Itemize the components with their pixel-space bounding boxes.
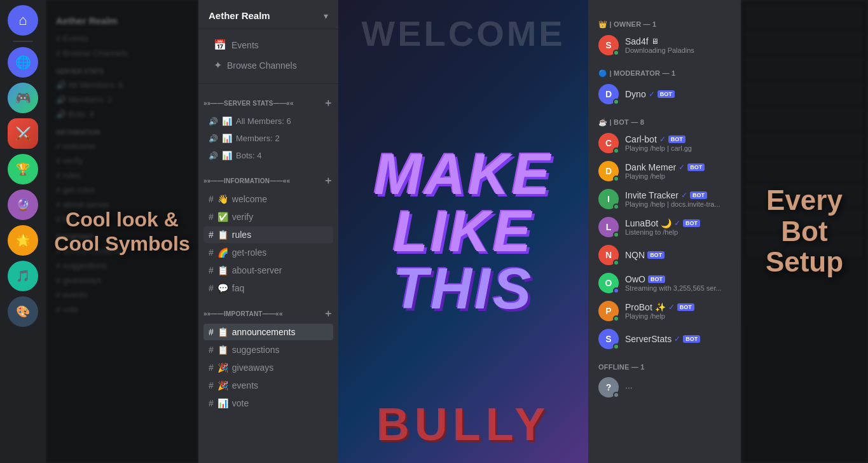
suggestions-channel-name: suggestions <box>232 345 328 355</box>
sad4f-info: Sad4f 🖥 Downloading Paladins <box>625 36 731 54</box>
chevron-down-icon: ▾ <box>324 11 328 21</box>
moderator-category-label: 🔵 | MODERATOR — 1 <box>598 69 675 77</box>
important-category[interactable]: »»——IMPORTANT——«« ＋ <box>198 297 338 323</box>
channel-name-bots: Bots: 4 <box>236 151 261 160</box>
member-invitetracker[interactable]: I Invite Tracker ✓ BOT Playing /help | d… <box>593 185 736 213</box>
channel-name-all-members: All Members: 6 <box>236 116 291 126</box>
dankmemer-activity: Playing /help <box>625 172 731 180</box>
invitetracker-status <box>613 204 619 210</box>
nqn-bot-badge: BOT <box>647 251 665 259</box>
lunabot-verified-icon: ✓ <box>674 219 680 228</box>
channel-welcome[interactable]: # 👋 welcome <box>203 191 333 207</box>
nqn-name: NQN <box>625 250 645 260</box>
browse-channels-label: Browse Channels <box>227 60 297 71</box>
channel-get-roles[interactable]: # 🌈 get-roles <box>203 244 333 261</box>
add-info-channel-icon[interactable]: ＋ <box>323 174 333 188</box>
member-owo[interactable]: O OwO BOT Streaming with 3,255,565 ser..… <box>593 269 736 297</box>
server-icon-6[interactable]: 🌟 <box>8 225 38 256</box>
browse-channels-nav-item[interactable]: ✦ Browse Channels <box>203 55 333 75</box>
welcome-emoji: 👋 <box>217 194 228 204</box>
channel-verify[interactable]: # ✅ verify <box>203 209 333 225</box>
channel-name-members: Members: 2 <box>236 134 280 143</box>
hash-icon-roles: # <box>209 247 214 258</box>
server-icon-8[interactable]: 🎨 <box>8 296 38 327</box>
probot-name: ProBot ✨ <box>625 302 666 312</box>
giveaways-channel-name: giveaways <box>232 363 328 373</box>
channel-suggestions[interactable]: # 📋 suggestions <box>203 342 333 358</box>
right-bg <box>741 0 868 463</box>
hash-icon-welcome: # <box>209 194 214 204</box>
serverstats-bot-badge: BOT <box>683 335 700 343</box>
invitetracker-bot-badge: BOT <box>690 191 707 199</box>
member-dankmemer[interactable]: D Dank Memer ✓ BOT Playing /help <box>593 157 736 185</box>
channel-about-server[interactable]: # 📋 about-server <box>203 262 333 279</box>
server-header[interactable]: Aether Realm ▾ <box>198 0 338 29</box>
dyno-verified-icon: ✓ <box>649 90 655 99</box>
announcements-channel-name: announcements <box>232 327 328 337</box>
channel-vote[interactable]: # 📊 vote <box>203 395 333 411</box>
member-serverstats[interactable]: S ServerStats ✓ BOT <box>593 325 736 353</box>
invitetracker-verified-icon: ✓ <box>681 191 687 200</box>
lunabot-activity: Listening to /help <box>625 228 731 236</box>
nqn-avatar: N <box>598 245 619 265</box>
dankmemer-name: Dank Memer <box>625 162 676 172</box>
server-stats-category[interactable]: »»——SERVER STATS——«« ＋ <box>198 86 338 113</box>
bot-category-label: ☕ | BOT — 8 <box>598 118 644 126</box>
voice-channel-bots[interactable]: 🔊 📊 Bots: 4 <box>203 148 333 163</box>
probot-avatar: P <box>598 301 619 321</box>
serverstats-info: ServerStats ✓ BOT <box>625 334 731 344</box>
about-server-channel-name: about-server <box>232 265 328 275</box>
member-nqn[interactable]: N NQN BOT <box>593 241 736 269</box>
main-content: WELCOME MAKE LIKE THIS BULLY <box>338 0 588 463</box>
server-icon-5[interactable]: 🔮 <box>8 190 38 220</box>
voice-channel-members[interactable]: 🔊 📊 Members: 2 <box>203 130 333 146</box>
announcements-emoji: 📋 <box>217 327 228 337</box>
server-icon-2[interactable]: 🎮 <box>8 83 38 113</box>
events-nav-item[interactable]: 📅 Events <box>203 35 333 55</box>
server-icon-1[interactable]: 🌐 <box>8 47 38 78</box>
home-server-icon[interactable]: ⌂ <box>8 5 38 36</box>
channel-faq[interactable]: # 💬 faq <box>203 280 333 296</box>
server-icon-3[interactable]: ⚔️ <box>8 118 38 149</box>
member-lunabot[interactable]: L LunaBot 🌙 ✓ BOT Listening to /help <box>593 213 736 241</box>
member-carlbot[interactable]: C Carl-bot ✓ BOT Playing /help | carl.gg <box>593 129 736 157</box>
get-roles-channel-name: get-roles <box>232 247 328 258</box>
member-sad4f[interactable]: S Sad4f 🖥 Downloading Paladins <box>593 31 736 59</box>
member-offline-1[interactable]: ? ··· <box>593 373 736 401</box>
add-important-channel-icon[interactable]: ＋ <box>323 307 333 321</box>
dyno-name: Dyno <box>625 89 646 99</box>
faq-channel-name: faq <box>232 283 328 293</box>
channel-rules[interactable]: # 📋 rules 👤 ⚙ <box>203 226 333 243</box>
server-icon-4[interactable]: 🏆 <box>8 154 38 184</box>
channel-events[interactable]: # 🎉 events <box>203 377 333 394</box>
server-stats-label: »»——SERVER STATS——«« <box>203 100 294 107</box>
invitetracker-info: Invite Tracker ✓ BOT Playing /help | doc… <box>625 190 731 208</box>
owo-status <box>613 287 619 294</box>
server-name: Aether Realm <box>209 10 270 21</box>
member-probot[interactable]: P ProBot ✨ ✓ BOT Playing /help <box>593 297 736 325</box>
information-category[interactable]: »»——INFORMATION——«« ＋ <box>198 164 338 190</box>
channel-panel: Aether Realm ▾ 📅 Events ✦ Browse Channel… <box>198 0 338 463</box>
dyno-avatar: D <box>598 84 619 104</box>
moderator-category: 🔵 | MODERATOR — 1 <box>593 59 736 80</box>
like-text: LIKE <box>374 203 553 260</box>
voice-channel-all-members[interactable]: 🔊 📊 All Members: 6 <box>203 113 333 129</box>
events-label: Events <box>231 40 259 50</box>
carlbot-verified-icon: ✓ <box>659 135 666 144</box>
owo-avatar: O <box>598 273 619 293</box>
serverstats-name: ServerStats <box>625 334 672 344</box>
owo-activity: Streaming with 3,255,565 ser... <box>625 284 731 292</box>
server-icon-7[interactable]: 🎵 <box>8 261 38 291</box>
carlbot-activity: Playing /help | carl.gg <box>625 144 731 152</box>
channel-announcements[interactable]: # 📋 announcements <box>203 324 333 340</box>
serverstats-status <box>613 343 619 350</box>
lunabot-avatar: L <box>598 217 619 237</box>
member-dyno[interactable]: D Dyno ✓ BOT <box>593 80 736 108</box>
nqn-info: NQN BOT <box>625 250 731 260</box>
sad4f-name: Sad4f <box>625 36 649 46</box>
events-icon: 📅 <box>214 39 226 51</box>
channel-giveaways[interactable]: # 🎉 giveaways <box>203 359 333 376</box>
hash-icon-verify: # <box>209 212 214 222</box>
add-channel-icon[interactable]: ＋ <box>323 97 333 110</box>
offline-1-status <box>613 392 619 398</box>
